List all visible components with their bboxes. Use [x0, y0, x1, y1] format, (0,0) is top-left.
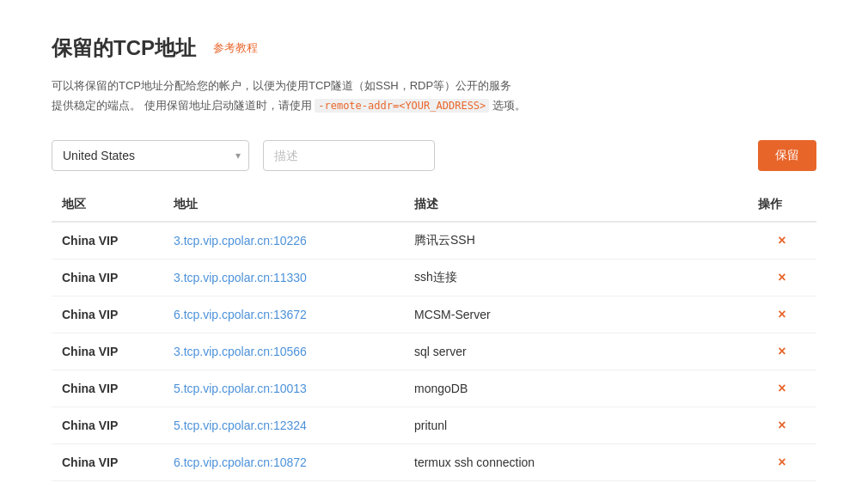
save-button[interactable]: 保留	[758, 140, 816, 171]
cell-address: 6.tcp.vip.cpolar.cn:13672	[163, 296, 404, 333]
table-header-row: 地区 地址 描述 操作	[52, 188, 816, 222]
region-select-wrapper: United StatesChina VIPEuropeAsia Pacific	[52, 140, 249, 171]
address-link[interactable]: 5.tcp.vip.cpolar.cn:12324	[174, 419, 307, 432]
cell-region: China VIP	[52, 296, 163, 333]
cell-region: China VIP	[52, 259, 163, 296]
cell-region: China VIP	[52, 333, 163, 370]
address-link[interactable]: 3.tcp.vip.cpolar.cn:11330	[174, 271, 307, 284]
cell-address: 3.tcp.vip.cpolar.cn:11330	[163, 259, 404, 296]
address-link[interactable]: 3.tcp.vip.cpolar.cn:10566	[174, 345, 307, 358]
table-row: China VIP3.tcp.vip.cpolar.cn:11330ssh连接×	[52, 259, 816, 296]
delete-icon[interactable]: ×	[778, 307, 785, 321]
page-header: 保留的TCP地址 参考教程	[52, 34, 816, 62]
cell-region: China VIP	[52, 370, 163, 406]
cell-action: ×	[748, 370, 816, 406]
reservations-table: 地区 地址 描述 操作 China VIP3.tcp.vip.cpolar.cn…	[52, 188, 816, 489]
table-row: China VIP6.tcp.vip.cpolar.cn:13672MCSM-S…	[52, 296, 816, 333]
address-link[interactable]: 6.tcp.vip.cpolar.cn:13672	[174, 308, 307, 321]
description-input[interactable]	[263, 140, 435, 171]
table-row: China VIP3.tcp.vip.cpolar.cn:10226腾讯云SSH…	[52, 222, 816, 260]
region-select[interactable]: United StatesChina VIPEuropeAsia Pacific	[52, 140, 249, 171]
cell-action: ×	[748, 222, 816, 260]
ref-tutorial-link[interactable]: 参考教程	[213, 40, 258, 56]
cell-action: ×	[748, 480, 816, 489]
desc-line1: 可以将保留的TCP地址分配给您的帐户，以便为使用TCP隧道（如SSH，RDP等）…	[52, 79, 511, 92]
toolbar: United StatesChina VIPEuropeAsia Pacific…	[52, 140, 816, 171]
address-link[interactable]: 6.tcp.vip.cpolar.cn:10872	[174, 455, 307, 469]
cell-region: China VIP	[52, 480, 163, 489]
col-header-desc: 描述	[404, 188, 748, 222]
cell-desc: mysql	[404, 480, 748, 489]
cell-desc: pritunl	[404, 406, 748, 443]
cell-region: China VIP	[52, 222, 163, 260]
table-row: China VIP6.tcp.vip.cpolar.cn:10872termux…	[52, 443, 816, 480]
table-row: China VIP5.tcp.vip.cpolar.cn:12324pritun…	[52, 406, 816, 443]
cell-address: 3.tcp.vip.cpolar.cn:10566	[163, 333, 404, 370]
cell-address: 3.tcp.vip.cpolar.cn:10226	[163, 222, 404, 260]
delete-icon[interactable]: ×	[778, 344, 785, 358]
delete-icon[interactable]: ×	[778, 455, 785, 469]
table-row: China VIP5.tcp.vip.cpolar.cn:10013mongoD…	[52, 370, 816, 406]
cell-action: ×	[748, 333, 816, 370]
cell-region: China VIP	[52, 406, 163, 443]
cell-address: 6.tcp.vip.cpolar.cn:10872	[163, 443, 404, 480]
cell-address: 6.tcp.vip.cpolar.cn:10954复制	[163, 480, 404, 489]
table-body: China VIP3.tcp.vip.cpolar.cn:10226腾讯云SSH…	[52, 222, 816, 489]
delete-icon[interactable]: ×	[778, 270, 785, 284]
table-row: China VIP3.tcp.vip.cpolar.cn:10566sql se…	[52, 333, 816, 370]
col-header-region: 地区	[52, 188, 163, 222]
cell-action: ×	[748, 443, 816, 480]
delete-icon[interactable]: ×	[778, 233, 785, 248]
address-link[interactable]: 3.tcp.vip.cpolar.cn:10226	[174, 234, 307, 248]
col-header-address: 地址	[163, 188, 404, 222]
cell-action: ×	[748, 296, 816, 333]
cell-action: ×	[748, 259, 816, 296]
col-header-action: 操作	[748, 188, 816, 222]
cell-desc: termux ssh connection	[404, 443, 748, 480]
address-link[interactable]: 5.tcp.vip.cpolar.cn:10013	[174, 382, 307, 395]
cell-desc: mongoDB	[404, 370, 748, 406]
page-title: 保留的TCP地址	[52, 34, 196, 62]
delete-icon[interactable]: ×	[778, 418, 785, 432]
cell-action: ×	[748, 406, 816, 443]
cell-address: 5.tcp.vip.cpolar.cn:10013	[163, 370, 404, 406]
desc-code: -remote-addr=<YOUR_ADDRESS>	[315, 99, 489, 113]
table-row: China VIP6.tcp.vip.cpolar.cn:10954复制mysq…	[52, 480, 816, 489]
desc-line3: 选项。	[492, 99, 526, 112]
page-description: 可以将保留的TCP地址分配给您的帐户，以便为使用TCP隧道（如SSH，RDP等）…	[52, 76, 670, 116]
cell-desc: sql server	[404, 333, 748, 370]
cell-desc: ssh连接	[404, 259, 748, 296]
desc-line2: 提供稳定的端点。 使用保留地址启动隧道时，请使用	[52, 99, 312, 112]
cell-address: 5.tcp.vip.cpolar.cn:12324	[163, 406, 404, 443]
cell-region: China VIP	[52, 443, 163, 480]
cell-desc: 腾讯云SSH	[404, 222, 748, 260]
delete-icon[interactable]: ×	[778, 381, 785, 395]
cell-desc: MCSM-Server	[404, 296, 748, 333]
